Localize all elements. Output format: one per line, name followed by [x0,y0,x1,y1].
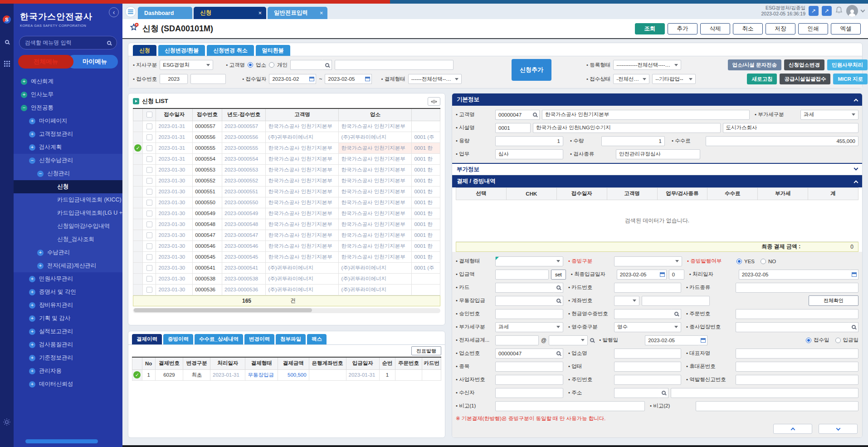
list-row[interactable]: 2023-01-3000005492023-0000549한국가스공사 인천기지… [133,208,440,219]
expand-plus-icon[interactable]: + [29,381,35,388]
expand-plus-icon[interactable]: + [37,250,44,256]
biz-no-input[interactable]: 00000047 [495,349,554,359]
row-checkbox[interactable] [146,156,152,162]
receiver-input[interactable] [495,388,563,398]
scrollbar-thumb[interactable] [134,308,312,312]
etax-domain-select[interactable] [549,335,588,345]
sidebar-item-기준정보관리[interactable]: +기준정보관리 [14,351,122,364]
sidebar-item-기획 및 감사[interactable]: +기획 및 감사 [14,312,122,325]
history-tab-팩스[interactable]: 팩스 [307,334,327,344]
expand-plus-icon[interactable]: + [29,342,35,348]
menu-search-input[interactable]: 검색할 메뉴명 입력 [19,36,117,49]
row-checkbox[interactable] [146,200,152,206]
user-menu-chevron-icon[interactable] [861,8,865,13]
expand-plus-icon[interactable]: + [21,92,27,98]
action-button-삭제[interactable]: 삭제 [700,23,730,34]
expand-plus-icon[interactable]: + [29,368,35,374]
popup-window-icon[interactable]: ↗ [822,6,832,16]
collapse-minus-icon[interactable]: − [37,171,44,177]
row-checkbox[interactable] [146,221,152,227]
vat-type-select[interactable]: 과세 [800,110,858,120]
card-input[interactable] [495,283,554,293]
history-tab-변경이력[interactable]: 변경이력 [244,334,274,344]
biz-search-button[interactable] [554,349,563,359]
sidebar-item-데이터신뢰성[interactable]: +데이터신뢰성 [14,378,122,391]
settings-gear-icon[interactable] [3,418,11,426]
brn-input[interactable] [495,375,563,385]
card-search-button[interactable] [554,283,563,293]
action-button-인쇄[interactable]: 인쇄 [798,23,828,34]
collapse-minus-icon[interactable]: − [21,105,27,111]
expand-plus-icon[interactable]: + [37,263,44,269]
kgs-logo-icon[interactable]: S [3,15,11,24]
pay-type-select[interactable] [495,256,563,266]
action-button-취소[interactable]: 취소 [733,23,763,34]
fee-field[interactable]: 455,000 [706,136,858,146]
panel-splitter-button[interactable] [428,97,440,106]
row-checkbox[interactable] [146,211,152,216]
row-checkbox[interactable] [146,243,152,249]
sidebar-item-전자(세금)계산관리[interactable]: +전자(세금)계산관리 [14,259,122,272]
collapse-minus-icon[interactable]: − [29,157,35,164]
sidebar-item-실적보고관리[interactable]: +실적보고관리 [14,325,122,338]
customer-name-input[interactable] [335,60,454,70]
list-row[interactable]: 2023-01-3000005502023-0000550한국가스공사 인천기지… [133,197,440,208]
expand-plus-icon[interactable]: + [29,289,35,295]
sidebar-scrollbar[interactable] [25,439,98,443]
history-tab-수수료_상세내역[interactable]: 수수료_상세내역 [195,334,243,344]
select-all-checkbox[interactable] [146,112,152,118]
action-button-저장[interactable]: 저장 [766,23,795,34]
item-input[interactable] [495,362,563,372]
cash-receipt-search-button[interactable] [672,309,681,319]
sidebar-item-장비유지관리[interactable]: +장비유지관리 [14,299,122,312]
reg-type-select[interactable]: ------------전체선택----------- [613,60,681,70]
customer-code-input[interactable] [290,60,323,70]
subtab-신청변경/환불[interactable]: 신청변경/환불 [158,45,205,56]
check-all-button[interactable]: 전체확인 [809,295,858,306]
date-to-input[interactable]: 2023-02-05 [325,74,364,84]
subtab-신청[interactable]: 신청 [133,45,156,56]
expand-plus-icon[interactable]: + [29,315,35,322]
search-icon[interactable] [5,39,9,45]
facility-code-field[interactable]: 0001 [495,123,531,133]
window-tab-신청[interactable]: 신청× [194,7,266,19]
list-row[interactable]: 2023-01-3000005452023-0000545한국가스공사 인천기지… [133,251,440,262]
row-checkbox[interactable] [146,287,152,293]
hamburger-menu-button[interactable] [125,6,136,17]
issue-date-input[interactable]: 2023-02-05 [645,335,699,345]
sidebar-collapse-button[interactable]: ‹ [109,7,119,17]
sms-send-button[interactable]: 업소/시설 문자전송 [728,59,781,70]
history-tab-첨부파일[interactable]: 첨부파일 [276,334,306,344]
vat-type-select[interactable]: 과세 [495,322,563,332]
calendar-icon[interactable] [850,270,858,280]
order-no-input[interactable] [736,309,858,319]
sidebar-item-신청[interactable]: 신청 [14,180,122,193]
facility-name-field[interactable]: 한국가스공사 인천LNG인수기지 [533,123,721,133]
row-checkbox[interactable] [146,189,152,195]
action-button-추가[interactable]: 추가 [668,23,697,34]
evidence-issue-no-radio[interactable] [761,259,766,264]
sidebar-item-카드입금내역조회 (KICC)[interactable]: 카드입금내역조회 (KICC) [14,193,122,206]
biz-type-input[interactable] [614,362,681,372]
bank-search-button[interactable] [554,296,563,306]
refresh-button[interactable]: 새로고침 [747,74,777,84]
row-checkbox[interactable] [146,123,152,129]
approval-no-input[interactable] [495,309,563,319]
sidebar-item-검사계획[interactable]: +검사계획 [14,141,122,154]
expand-plus-icon[interactable]: + [21,79,27,85]
change-store-button[interactable]: 신청업소변경 [784,59,824,70]
move-up-button[interactable] [773,424,812,434]
customer-search-button[interactable] [323,60,332,70]
customer-search-button[interactable] [531,110,540,120]
sub-biz-search-button[interactable] [849,322,858,332]
list-row[interactable]: 2023-01-3000005362023-0000536(주)귀뚜라미에너지(… [133,284,440,295]
my-menu-button[interactable]: 마이메뉴 [67,55,118,69]
evidence-type-select[interactable] [614,256,682,266]
set-button[interactable]: set [551,270,566,280]
address-search-button[interactable] [659,388,668,398]
list-row[interactable]: 2023-01-3100005572023-0000557한국가스공사 인천기지… [133,121,440,132]
card-kind-input[interactable] [736,283,858,293]
expand-plus-icon[interactable]: + [29,276,35,282]
row-checkbox[interactable] [146,134,152,140]
list-row[interactable]: 2023-01-3000005532023-0000553한국가스공사 인천기지… [133,164,440,175]
